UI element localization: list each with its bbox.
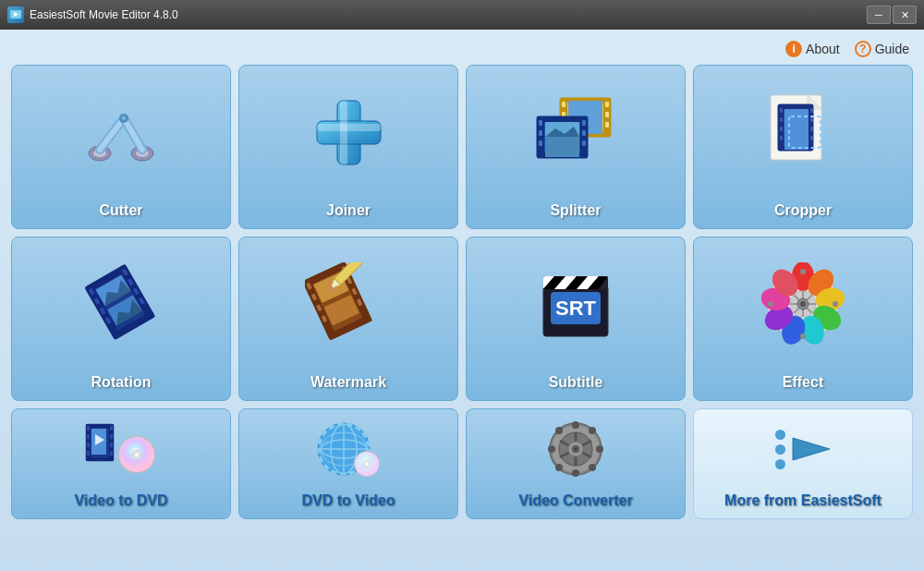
- guide-icon: ?: [855, 41, 871, 57]
- watermark-card[interactable]: Watermark: [238, 237, 458, 401]
- watermark-label: Watermark: [310, 374, 386, 391]
- film-pencil-icon: [305, 262, 393, 346]
- guide-label: Guide: [875, 42, 909, 56]
- dvd-to-video-card[interactable]: DVD to Video: [238, 408, 458, 519]
- arrow-icon: [791, 429, 832, 469]
- svg-rect-27: [537, 116, 588, 122]
- svg-rect-137: [110, 443, 113, 447]
- dvd-globe-icon: [311, 419, 385, 480]
- video-converter-label: Video Converter: [518, 492, 632, 509]
- video-to-dvd-label: Video to DVD: [74, 492, 167, 509]
- svg-rect-22: [605, 122, 609, 128]
- svg-rect-32: [582, 120, 586, 126]
- svg-rect-20: [605, 102, 609, 107]
- svg-rect-34: [582, 140, 586, 146]
- app-title: EasiestSoft Movie Editor 4.8.0: [30, 8, 178, 21]
- cutter-icon-area: [12, 66, 230, 199]
- tools-grid: Cutter: [7, 65, 917, 519]
- svg-rect-11: [317, 124, 381, 131]
- rotation-card[interactable]: Rotation: [11, 237, 231, 401]
- svg-marker-173: [793, 438, 830, 460]
- svg-point-172: [574, 447, 578, 451]
- svg-rect-29: [539, 120, 542, 126]
- about-link[interactable]: i About: [785, 41, 840, 57]
- splitter-label: Splitter: [550, 202, 601, 219]
- splitter-icon-area: [467, 66, 685, 199]
- video-converter-card[interactable]: Video Converter: [466, 408, 686, 519]
- joiner-icon-area: [239, 66, 457, 199]
- title-bar-left: EasiestSoft Movie Editor 4.8.0: [7, 6, 178, 23]
- window-controls: ─ ✕: [867, 6, 917, 24]
- cropper-card[interactable]: Cropper: [693, 65, 913, 229]
- svg-point-165: [555, 464, 563, 471]
- joiner-label: Joiner: [326, 202, 371, 219]
- minimize-button[interactable]: ─: [867, 6, 891, 24]
- top-bar: i About ? Guide: [7, 37, 917, 65]
- effect-card[interactable]: Effect: [693, 237, 913, 401]
- subtitle-icon-area: SRT: [467, 237, 685, 371]
- tools-row-2: Rotation: [11, 237, 913, 401]
- svg-rect-135: [110, 426, 113, 431]
- svg-rect-133: [87, 443, 90, 447]
- svg-rect-47: [780, 117, 783, 122]
- close-button[interactable]: ✕: [893, 6, 917, 24]
- srt-icon: SRT: [534, 262, 617, 346]
- video-to-dvd-icon-area: [12, 409, 230, 489]
- subtitle-label: Subtitle: [549, 374, 603, 391]
- dvd-to-video-label: DVD to Video: [301, 492, 395, 509]
- svg-point-155: [365, 462, 369, 466]
- subtitle-card[interactable]: SRT Subtitle: [466, 237, 686, 401]
- svg-rect-136: [110, 434, 113, 439]
- svg-point-125: [800, 301, 806, 307]
- svg-point-163: [589, 464, 596, 471]
- dots-group: [775, 430, 785, 469]
- dot-3: [775, 459, 785, 469]
- joiner-card[interactable]: Joiner: [238, 65, 458, 229]
- film-crop-icon: [761, 91, 845, 174]
- more-dots-arrow: [775, 429, 832, 469]
- svg-rect-36: [545, 137, 579, 157]
- svg-point-160: [548, 445, 555, 453]
- dot-1: [775, 430, 785, 440]
- svg-point-122: [768, 301, 773, 307]
- dvd-video-icon: [84, 419, 158, 480]
- dot-2: [775, 444, 785, 455]
- svg-point-158: [572, 421, 579, 429]
- film-reel-icon: [541, 419, 611, 480]
- svg-rect-132: [87, 434, 90, 439]
- film-rotate-icon: [79, 262, 163, 346]
- tools-row-1: Cutter: [11, 65, 913, 229]
- splitter-card[interactable]: Splitter: [466, 65, 686, 229]
- svg-rect-10: [340, 101, 347, 164]
- svg-rect-46: [780, 108, 783, 113]
- video-to-dvd-card[interactable]: Video to DVD: [11, 408, 231, 519]
- svg-point-123: [833, 301, 838, 307]
- svg-rect-44: [778, 104, 813, 109]
- cutter-card[interactable]: Cutter: [11, 65, 231, 229]
- dvd-to-video-icon-area: [239, 409, 457, 489]
- plus-icon: [310, 93, 388, 172]
- svg-rect-51: [810, 117, 813, 122]
- svg-rect-21: [605, 112, 609, 117]
- svg-text:SRT: SRT: [555, 297, 597, 320]
- svg-point-121: [800, 334, 806, 339]
- svg-rect-53: [810, 136, 813, 140]
- about-label: About: [806, 42, 840, 56]
- video-converter-icon-area: [467, 409, 685, 489]
- svg-rect-134: [87, 451, 90, 456]
- color-wheel-icon: [761, 262, 845, 346]
- svg-point-7: [122, 116, 126, 120]
- svg-rect-138: [110, 451, 113, 456]
- guide-link[interactable]: ? Guide: [855, 41, 909, 57]
- more-card[interactable]: More from EasiestSoft: [693, 408, 913, 519]
- rotation-icon-area: [12, 237, 230, 371]
- cutter-label: Cutter: [99, 202, 142, 219]
- svg-point-144: [135, 453, 139, 456]
- svg-rect-31: [539, 140, 542, 146]
- svg-point-164: [589, 427, 596, 434]
- svg-rect-130: [86, 457, 114, 461]
- svg-point-159: [572, 469, 579, 477]
- svg-rect-17: [562, 102, 565, 107]
- svg-point-161: [596, 445, 603, 453]
- cropper-label: Cropper: [774, 202, 832, 219]
